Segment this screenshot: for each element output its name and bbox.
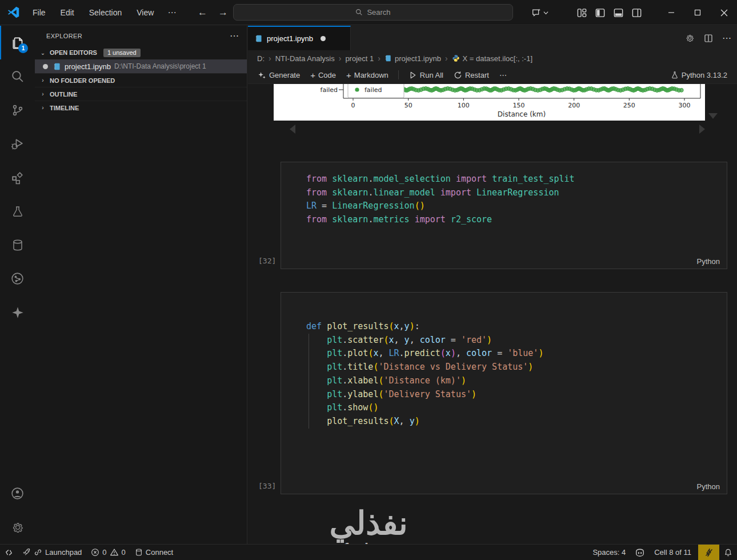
kernel-alert-button[interactable] <box>698 545 719 560</box>
code-line[interactable]: plt.show() <box>306 401 727 415</box>
debug-icon <box>10 137 25 151</box>
open-editor-item[interactable]: project1.ipynb D:\NTI-Data Analysis\proj… <box>35 59 247 73</box>
code-token: sklearn <box>332 214 368 225</box>
code-token <box>306 402 327 413</box>
notebook-scroll-area[interactable]: failed failed 050100150200250300 Distanc… <box>248 84 737 544</box>
copilot-chat-button[interactable] <box>527 5 552 20</box>
generate-button[interactable]: Generate <box>254 69 304 81</box>
tab-project1-ipynb[interactable]: project1.ipynb <box>248 26 351 50</box>
section-open-editors[interactable]: ⌄ OPEN EDITORS 1 unsaved <box>35 46 247 59</box>
add-code-cell-button[interactable]: + Code <box>306 69 340 82</box>
chevron-right-icon: › <box>38 105 47 111</box>
activity-sparkle[interactable] <box>0 295 35 329</box>
section-outline[interactable]: › OUTLINE <box>35 87 247 101</box>
code-token: : <box>415 321 420 331</box>
code-cell-32[interactable]: from sklearn.model_selection import trai… <box>281 162 727 269</box>
section-timeline[interactable]: › TIMELINE <box>35 101 247 114</box>
sidebar-more-actions[interactable]: ⋯ <box>230 30 239 41</box>
error-count: 0 <box>102 548 106 557</box>
code-token: . <box>342 402 347 413</box>
customize-layout-icon[interactable] <box>576 7 587 18</box>
menu-selection[interactable]: Selection <box>82 5 130 20</box>
cell-language-label[interactable]: Python <box>697 257 720 266</box>
indentation-indicator[interactable]: Spaces: 4 <box>588 545 630 560</box>
launchpad-button[interactable]: Launchpad <box>18 545 86 560</box>
forward-arrow-icon[interactable]: → <box>217 7 229 18</box>
notifications-bell-button[interactable] <box>719 545 737 560</box>
toggle-panel-icon[interactable] <box>613 7 624 18</box>
code-line[interactable]: plot_results(X, y) <box>306 415 727 429</box>
window-maximize-button[interactable] <box>684 0 711 25</box>
code-line[interactable]: plt.xlabel('Distance (km)') <box>306 374 727 388</box>
output-scroll-left-icon[interactable] <box>290 125 295 134</box>
notebook-settings-gear-icon[interactable] <box>685 33 695 43</box>
code-token: plt <box>327 375 342 386</box>
code-line[interactable]: def plot_results(x,y): <box>306 320 727 334</box>
toggle-secondary-sidebar-icon[interactable] <box>631 7 642 18</box>
editor-more-actions[interactable]: ⋯ <box>722 33 731 43</box>
output-scroll-right-icon[interactable] <box>699 125 705 134</box>
code-line[interactable]: from sklearn.metrics import r2_score <box>306 213 727 227</box>
back-arrow-icon[interactable]: ← <box>196 7 209 18</box>
toolbar-separator <box>398 70 399 79</box>
restart-button[interactable]: Restart <box>450 69 493 81</box>
activity-run-debug[interactable] <box>0 127 35 161</box>
breadcrumb-drive[interactable]: D: <box>257 54 265 63</box>
activity-search[interactable] <box>0 59 35 93</box>
activity-extensions[interactable] <box>0 161 35 194</box>
code-token: plt <box>327 389 342 399</box>
code-token: def <box>306 321 322 331</box>
code-line[interactable]: from sklearn.model_selection import trai… <box>306 173 727 186</box>
menu-overflow[interactable]: ⋯ <box>161 5 182 21</box>
scroll-down-arrow-icon[interactable] <box>708 113 718 119</box>
kernel-picker-button[interactable]: Python 3.13.2 <box>667 69 731 81</box>
code-line[interactable]: plt.ylabel('Delivery Status') <box>306 388 727 402</box>
window-close-button[interactable] <box>711 0 737 25</box>
account-button[interactable] <box>0 477 35 510</box>
code-line[interactable]: from sklearn.linear_model import LinearR… <box>306 186 727 200</box>
editor-area: project1.ipynb ⋯ D: › NTI-Data Analysis … <box>248 26 737 544</box>
activity-database[interactable] <box>0 228 35 262</box>
breadcrumb-file[interactable]: project1.ipynb <box>384 54 441 63</box>
activity-source-control[interactable] <box>0 93 35 127</box>
menu-edit[interactable]: Edit <box>53 5 82 20</box>
breadcrumb: D: › NTI-Data Analysis › project 1 › pro… <box>248 50 737 66</box>
breadcrumb-folder[interactable]: NTI-Data Analysis <box>275 54 335 63</box>
problems-indicator[interactable]: 0 0 <box>86 545 130 560</box>
code-editor[interactable]: from sklearn.model_selection import trai… <box>306 173 727 227</box>
code-cell-33[interactable]: def plot_results(x,y): plt.scatter(x, y,… <box>281 292 727 494</box>
add-markdown-cell-button[interactable]: + Markdown <box>342 69 392 82</box>
copilot-status-button[interactable] <box>630 545 650 560</box>
cell-language-label[interactable]: Python <box>697 482 720 491</box>
run-all-button[interactable]: Run All <box>404 69 447 81</box>
code-token: 'Delivery Status' <box>383 389 471 399</box>
split-editor-icon[interactable] <box>704 34 713 43</box>
menu-file[interactable]: File <box>25 5 53 20</box>
breadcrumb-symbol[interactable]: X = dataset.iloc[:, :-1] <box>452 54 532 63</box>
code-line[interactable]: plt.plot(x, LR.predict(x), color = 'blue… <box>306 347 727 361</box>
code-token: 'red' <box>461 335 487 345</box>
section-no-folder[interactable]: › NO FOLDER OPENED <box>35 73 247 87</box>
toolbar-more-actions[interactable]: ⋯ <box>495 69 511 81</box>
code-token: plt <box>327 362 342 372</box>
connect-button[interactable]: Connect <box>130 545 178 560</box>
settings-button[interactable] <box>0 510 35 544</box>
remote-indicator[interactable] <box>0 545 18 560</box>
code-token: = <box>446 335 461 345</box>
window-minimize-button[interactable] <box>658 0 684 25</box>
code-line[interactable]: LR = LinearRegression() <box>306 199 727 213</box>
code-line[interactable]: plt.scatter(x, y, color = 'red') <box>306 334 727 347</box>
code-token: = <box>492 348 507 358</box>
code-editor[interactable]: def plot_results(x,y): plt.scatter(x, y,… <box>306 320 727 429</box>
activity-explorer[interactable]: 1 <box>0 26 35 59</box>
menu-view[interactable]: View <box>129 5 161 20</box>
tab-modified-dot-icon[interactable] <box>321 36 326 41</box>
command-center-search[interactable]: Search <box>233 4 513 21</box>
cell-indicator[interactable]: Cell 8 of 11 <box>650 545 696 560</box>
code-line[interactable]: plt.title('Distance vs Delivery Status') <box>306 361 727 374</box>
activity-testing[interactable] <box>0 194 35 228</box>
activity-git-graph[interactable] <box>0 262 35 295</box>
breadcrumb-subfolder[interactable]: project 1 <box>345 54 374 63</box>
toggle-primary-sidebar-icon[interactable] <box>595 7 606 18</box>
code-token: LR <box>306 201 317 211</box>
